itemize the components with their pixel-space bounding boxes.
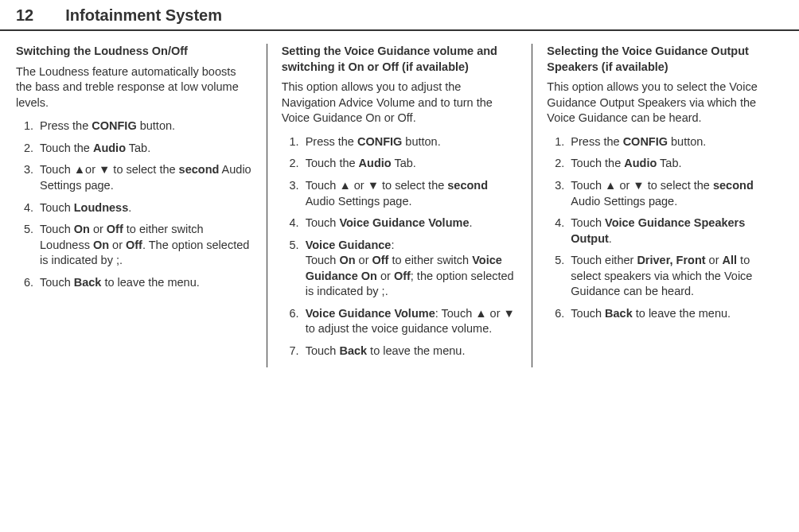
page-number: 12 xyxy=(16,6,33,25)
col1-step2: Touch the Audio Tab. xyxy=(37,141,252,157)
col2-step6: Voice Guidance Volume: Touch ▲ or ▼ to a… xyxy=(302,306,518,337)
col2-steps: Press the CONFIG button. Touch the Audio… xyxy=(282,134,518,359)
col1-steps: Press the CONFIG button. Touch the Audio… xyxy=(16,118,252,290)
col1-step6: Touch Back to leave the menu. xyxy=(37,275,252,291)
col2-step7: Touch Back to leave the menu. xyxy=(302,344,518,359)
col1-step3: Touch ▲or ▼ to select the second Audio S… xyxy=(37,162,252,193)
col2-step2: Touch the Audio Tab. xyxy=(302,156,518,172)
col2-step3: Touch ▲ or ▼ to select the second Audio … xyxy=(302,178,518,209)
column-3: Selecting the Voice Guidance Output Spea… xyxy=(532,44,783,367)
col3-heading: Selecting the Voice Guidance Output Spea… xyxy=(547,44,783,75)
page-header: 12 Infotainment System xyxy=(0,0,799,31)
col3-steps: Press the CONFIG button. Touch the Audio… xyxy=(547,134,783,322)
col3-step5: Touch either Driver, Front or All to sel… xyxy=(567,253,783,300)
col3-step6: Touch Back to leave the menu. xyxy=(567,306,783,322)
col3-step2: Touch the Audio Tab. xyxy=(567,156,783,172)
col2-step1: Press the CONFIG button. xyxy=(302,134,518,150)
col1-step5: Touch On or Off to either switch Loudnes… xyxy=(37,222,252,269)
col1-step4: Touch Loudness. xyxy=(37,200,252,216)
col3-intro: This option allows you to select the Voi… xyxy=(547,80,783,126)
col2-step4: Touch Voice Guidance Volume. xyxy=(302,216,518,231)
col1-step1: Press the CONFIG button. xyxy=(37,118,252,134)
col2-intro: This option allows you to adjust the Nav… xyxy=(282,80,518,126)
content: Switching the Loudness On/Off The Loudne… xyxy=(0,31,799,383)
col3-step4: Touch Voice Guidance Speakers Output. xyxy=(567,216,783,247)
column-2: Setting the Voice Guidance volume and sw… xyxy=(267,44,533,367)
column-1: Switching the Loudness On/Off The Loudne… xyxy=(16,44,267,367)
col1-heading: Switching the Loudness On/Off xyxy=(16,44,252,60)
col2-heading: Setting the Voice Guidance volume and sw… xyxy=(282,44,518,75)
col1-intro: The Loudness feature automatically boost… xyxy=(16,64,252,111)
col3-step1: Press the CONFIG button. xyxy=(567,134,783,150)
col2-step5: Voice Guidance: Touch On or Off to eithe… xyxy=(302,238,518,300)
page-title: Infotainment System xyxy=(65,6,222,25)
col3-step3: Touch ▲ or ▼ to select the second Audio … xyxy=(567,178,783,209)
